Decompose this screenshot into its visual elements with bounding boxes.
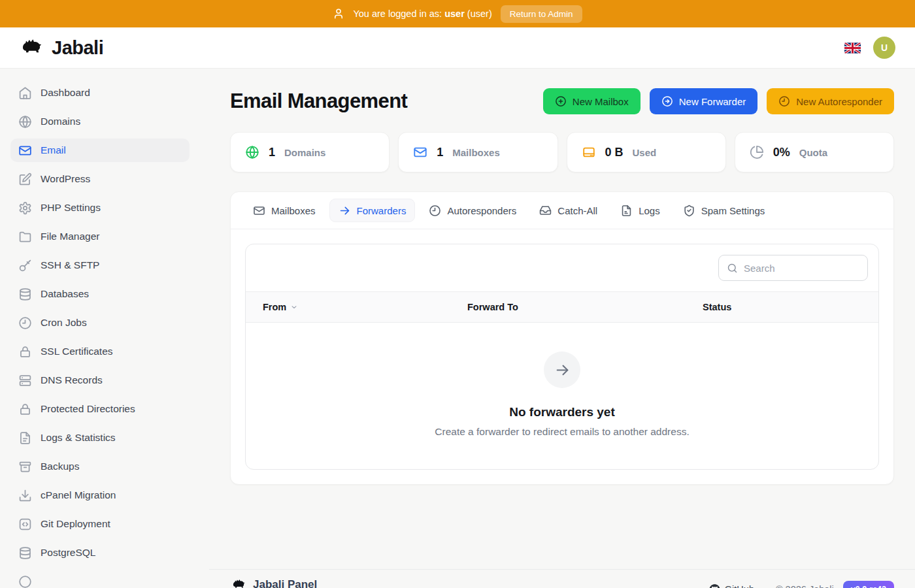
page-title: Email Management: [230, 90, 407, 113]
sidebar-item-label: Git Deployment: [41, 518, 110, 530]
tab-spam-settings[interactable]: Spam Settings: [674, 199, 774, 222]
sidebar-item-label: DNS Records: [41, 374, 103, 386]
return-to-admin-button[interactable]: Return to Admin: [501, 5, 582, 23]
sidebar-item-domains[interactable]: Domains: [10, 110, 190, 133]
sidebar-item-cron-jobs[interactable]: Cron Jobs: [10, 311, 190, 335]
stat-card-mailboxes: 1 Mailboxes: [398, 132, 557, 172]
sidebar-item-partial[interactable]: [10, 570, 190, 588]
search-input[interactable]: [744, 263, 859, 274]
sidebar-item-databases[interactable]: Databases: [10, 282, 190, 306]
boar-logo-icon: [17, 37, 46, 58]
tab-label: Autoresponders: [447, 205, 516, 216]
footer-brand-name: Jabali Panel: [253, 578, 317, 588]
mail-icon: [253, 204, 265, 217]
uk-flag-icon[interactable]: [844, 42, 861, 54]
stat-value: 1: [437, 146, 443, 159]
clock-icon: [18, 316, 32, 330]
stat-card-used: 0 B Used: [567, 132, 726, 172]
file-text-icon: [18, 431, 32, 445]
sidebar-item-postgresql[interactable]: PostgreSQL: [10, 541, 190, 564]
globe-icon: [18, 115, 32, 129]
sidebar-item-dns-records[interactable]: DNS Records: [10, 368, 190, 392]
sidebar-item-logs-statistics[interactable]: Logs & Statistics: [10, 426, 190, 449]
sidebar-item-label: File Manager: [41, 231, 99, 242]
sidebar-item-label: SSH & SFTP: [41, 259, 99, 271]
sidebar-item-email[interactable]: Email: [10, 139, 190, 162]
sidebar-item-label: cPanel Migration: [41, 489, 116, 501]
tab-mailboxes[interactable]: Mailboxes: [244, 199, 325, 222]
sidebar-item-dashboard[interactable]: Dashboard: [10, 81, 190, 105]
tab-logs[interactable]: Logs: [611, 199, 669, 222]
tab-label: Catch-All: [557, 205, 597, 216]
button-label: New Autoresponder: [796, 96, 882, 107]
sidebar-item-file-manager[interactable]: File Manager: [10, 225, 190, 248]
main-content: Email Management New Mailbox New Forward…: [209, 69, 915, 588]
circle-icon: [18, 575, 32, 588]
arrow-right-icon: [339, 204, 351, 217]
sidebar-item-wordpress[interactable]: WordPress: [10, 167, 190, 191]
new-forwarder-button[interactable]: New Forwarder: [650, 88, 758, 114]
lock-icon: [18, 345, 32, 359]
footer-separator: •: [763, 584, 767, 588]
button-label: New Forwarder: [679, 96, 746, 107]
app-header: Jabali U: [0, 27, 915, 69]
tab-catch-all[interactable]: Catch-All: [530, 199, 607, 222]
mail-icon: [18, 144, 32, 157]
user-icon: [333, 8, 344, 20]
plus-circle-icon: [555, 95, 567, 107]
sidebar-item-ssl-certificates[interactable]: SSL Certificates: [10, 340, 190, 363]
stat-value: 1: [269, 146, 275, 159]
new-autoresponder-button[interactable]: New Autoresponder: [767, 88, 894, 114]
user-avatar[interactable]: U: [873, 37, 895, 59]
sidebar-item-git-deployment[interactable]: Git Deployment: [10, 512, 190, 536]
version-badge: v0.9-rc42: [843, 581, 894, 588]
stat-label: Used: [633, 147, 657, 158]
column-label: Status: [703, 302, 731, 312]
column-header-from[interactable]: From: [263, 302, 467, 312]
tab-forwarders[interactable]: Forwarders: [329, 199, 416, 222]
sidebar-item-ssh-sftp[interactable]: SSH & SFTP: [10, 253, 190, 277]
github-icon: [709, 584, 720, 588]
boar-logo-icon: [230, 578, 247, 588]
column-header-forward-to: Forward To: [467, 302, 703, 312]
download-icon: [18, 489, 32, 502]
sidebar-item-label: Backups: [41, 461, 79, 472]
search-box[interactable]: [718, 255, 868, 281]
mail-icon: [413, 145, 427, 159]
home-icon: [18, 86, 32, 100]
stats-row: 1 Domains 1 Mailboxes 0 B Used 0% Quota: [230, 132, 894, 172]
sidebar-item-label: WordPress: [41, 173, 90, 185]
column-header-status: Status: [703, 302, 861, 312]
tab-label: Forwarders: [357, 205, 407, 216]
tab-label: Spam Settings: [701, 205, 765, 216]
footer-copyright: © 2026 Jabali: [776, 584, 834, 588]
logged-in-role: (user): [467, 8, 492, 19]
sidebar-item-protected-directories[interactable]: Protected Directories: [10, 397, 190, 421]
button-label: New Mailbox: [573, 96, 629, 107]
column-label: From: [263, 302, 286, 312]
clock-icon: [429, 204, 441, 217]
github-label: GitHub: [725, 584, 754, 588]
edit-icon: [18, 172, 32, 186]
sidebar-item-php-settings[interactable]: PHP Settings: [10, 196, 190, 220]
impersonation-bar: You are logged in as: user (user) Return…: [0, 0, 915, 27]
database-icon: [18, 546, 32, 560]
server-icon: [18, 374, 32, 387]
logged-in-message: You are logged in as: user (user): [353, 8, 491, 19]
column-label: Forward To: [467, 302, 518, 312]
brand[interactable]: Jabali: [17, 37, 103, 59]
archive-icon: [18, 460, 32, 474]
sidebar-item-cpanel-migration[interactable]: cPanel Migration: [10, 483, 190, 507]
tab-label: Logs: [639, 205, 660, 216]
tab-autoresponders[interactable]: Autoresponders: [420, 199, 525, 222]
sidebar-item-label: PHP Settings: [41, 202, 101, 214]
clock-icon: [778, 95, 790, 107]
new-mailbox-button[interactable]: New Mailbox: [543, 88, 640, 114]
gear-icon: [18, 201, 32, 215]
lock-icon: [18, 402, 32, 416]
database-icon: [18, 287, 32, 301]
pie-chart-icon: [750, 145, 764, 159]
sidebar-item-backups[interactable]: Backups: [10, 455, 190, 478]
github-link[interactable]: GitHub: [709, 584, 754, 588]
tab-label: Mailboxes: [271, 205, 316, 216]
